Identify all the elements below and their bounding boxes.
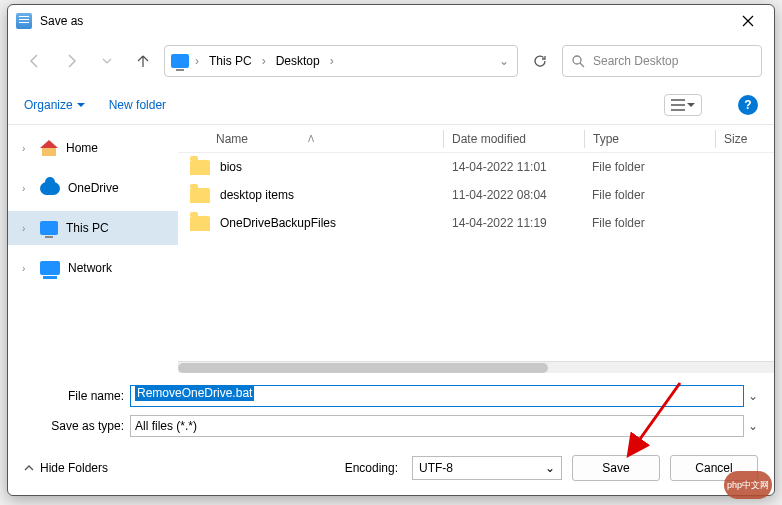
- encoding-label: Encoding:: [345, 461, 398, 475]
- chevron-down-icon[interactable]: ⌄: [497, 54, 511, 68]
- organize-menu[interactable]: Organize: [24, 98, 85, 112]
- file-type: File folder: [592, 160, 722, 174]
- chevron-right-icon[interactable]: ›: [22, 143, 32, 154]
- title-text: Save as: [40, 14, 728, 28]
- sidebar-item-label: Home: [66, 141, 98, 155]
- folder-icon: [190, 160, 210, 175]
- recent-dropdown[interactable]: [92, 46, 122, 76]
- list-view-icon: [671, 99, 685, 111]
- file-name: desktop items: [220, 188, 452, 202]
- sidebar-item-label: Network: [68, 261, 112, 275]
- sort-indicator-icon: ᐱ: [308, 134, 314, 144]
- horizontal-scrollbar[interactable]: [178, 361, 774, 373]
- chevron-right-icon[interactable]: ›: [22, 263, 32, 274]
- sidebar-item-onedrive[interactable]: › OneDrive: [8, 171, 178, 205]
- folder-icon: [190, 188, 210, 203]
- refresh-button[interactable]: [524, 45, 556, 77]
- network-icon: [40, 261, 60, 275]
- file-name: bios: [220, 160, 452, 174]
- cloud-icon: [40, 182, 60, 195]
- help-button[interactable]: ?: [738, 95, 758, 115]
- forward-button[interactable]: [56, 46, 86, 76]
- sidebar-item-this-pc[interactable]: › This PC: [8, 211, 178, 245]
- bottom-form: File name: RemoveOneDrive.bat ⌄ Save as …: [8, 373, 774, 447]
- watermark: php中文网: [724, 471, 772, 499]
- chevron-right-icon[interactable]: ›: [260, 54, 268, 68]
- filename-value: RemoveOneDrive.bat: [135, 385, 254, 401]
- column-size[interactable]: Size: [716, 132, 774, 146]
- column-header: Name ᐱ Date modified Type Size: [178, 125, 774, 153]
- back-button[interactable]: [20, 46, 50, 76]
- file-name: OneDriveBackupFiles: [220, 216, 452, 230]
- filename-label: File name:: [20, 389, 130, 403]
- saveastype-value: All files (*.*): [135, 419, 197, 433]
- close-button[interactable]: [728, 7, 768, 35]
- file-date: 14-04-2022 11:01: [452, 160, 592, 174]
- save-button[interactable]: Save: [572, 455, 660, 481]
- column-type[interactable]: Type: [585, 132, 715, 146]
- file-type: File folder: [592, 216, 722, 230]
- sidebar-item-label: OneDrive: [68, 181, 119, 195]
- sidebar-item-home[interactable]: › Home: [8, 131, 178, 165]
- encoding-select[interactable]: UTF-8 ⌄: [412, 456, 562, 480]
- hide-folders-button[interactable]: Hide Folders: [24, 461, 108, 475]
- home-icon: [40, 140, 58, 156]
- file-area: Name ᐱ Date modified Type Size bios 14-0…: [178, 125, 774, 373]
- encoding-value: UTF-8: [419, 461, 545, 475]
- search-input[interactable]: Search Desktop: [562, 45, 762, 77]
- this-pc-icon: [40, 221, 58, 235]
- filename-input[interactable]: RemoveOneDrive.bat: [130, 385, 744, 407]
- folder-icon: [190, 216, 210, 231]
- search-placeholder: Search Desktop: [593, 54, 678, 68]
- this-pc-icon: [171, 54, 189, 68]
- saveastype-label: Save as type:: [20, 419, 130, 433]
- svg-point-0: [573, 56, 581, 64]
- footer: Hide Folders Encoding: UTF-8 ⌄ Save Canc…: [8, 447, 774, 495]
- save-as-dialog: Save as › This PC › Desktop › ⌄: [7, 4, 775, 496]
- app-icon: [16, 13, 32, 29]
- breadcrumb-desktop[interactable]: Desktop: [272, 52, 324, 70]
- sidebar-item-network[interactable]: › Network: [8, 251, 178, 285]
- file-list[interactable]: bios 14-04-2022 11:01 File folder deskto…: [178, 153, 774, 361]
- column-name[interactable]: Name: [216, 132, 248, 146]
- chevron-down-icon[interactable]: ⌄: [744, 419, 762, 433]
- up-button[interactable]: [128, 46, 158, 76]
- file-type: File folder: [592, 188, 722, 202]
- search-icon: [571, 54, 585, 68]
- chevron-down-icon: ⌄: [545, 461, 555, 475]
- chevron-right-icon[interactable]: ›: [22, 223, 32, 234]
- file-row[interactable]: OneDriveBackupFiles 14-04-2022 11:19 Fil…: [178, 209, 774, 237]
- chevron-right-icon[interactable]: ›: [328, 54, 336, 68]
- view-options-button[interactable]: [664, 94, 702, 116]
- sidebar-item-label: This PC: [66, 221, 109, 235]
- column-date[interactable]: Date modified: [444, 132, 584, 146]
- chevron-right-icon[interactable]: ›: [193, 54, 201, 68]
- saveastype-select[interactable]: All files (*.*): [130, 415, 744, 437]
- breadcrumb[interactable]: › This PC › Desktop › ⌄: [164, 45, 518, 77]
- file-date: 11-04-2022 08:04: [452, 188, 592, 202]
- chevron-right-icon[interactable]: ›: [22, 183, 32, 194]
- titlebar: Save as: [8, 5, 774, 37]
- file-date: 14-04-2022 11:19: [452, 216, 592, 230]
- scrollbar-thumb[interactable]: [178, 363, 548, 373]
- nav-bar: › This PC › Desktop › ⌄ Search Desktop: [8, 37, 774, 85]
- chevron-down-icon[interactable]: ⌄: [744, 389, 762, 403]
- file-row[interactable]: desktop items 11-04-2022 08:04 File fold…: [178, 181, 774, 209]
- body: › Home › OneDrive › This PC › Network: [8, 125, 774, 373]
- chevron-up-icon: [24, 463, 34, 473]
- breadcrumb-this-pc[interactable]: This PC: [205, 52, 256, 70]
- new-folder-button[interactable]: New folder: [109, 98, 166, 112]
- sidebar: › Home › OneDrive › This PC › Network: [8, 125, 178, 373]
- file-row[interactable]: bios 14-04-2022 11:01 File folder: [178, 153, 774, 181]
- toolbar: Organize New folder ?: [8, 85, 774, 125]
- chevron-down-icon: [687, 101, 695, 109]
